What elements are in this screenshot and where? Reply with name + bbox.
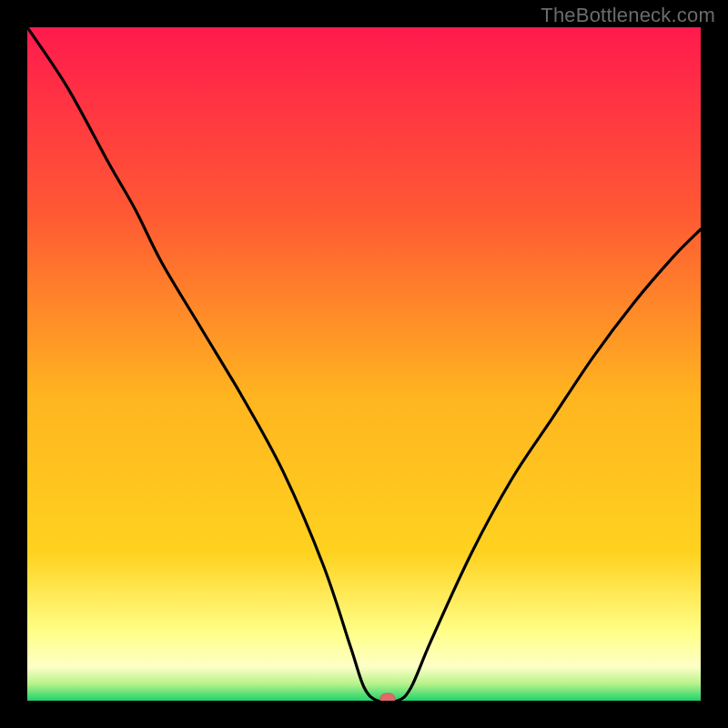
- min-marker: [380, 693, 395, 701]
- plot-svg: [27, 27, 701, 701]
- attribution-label: TheBottleneck.com: [541, 4, 715, 27]
- chart-frame: TheBottleneck.com: [0, 0, 728, 728]
- bottleneck-plot: [27, 27, 701, 701]
- gradient-background: [27, 27, 701, 701]
